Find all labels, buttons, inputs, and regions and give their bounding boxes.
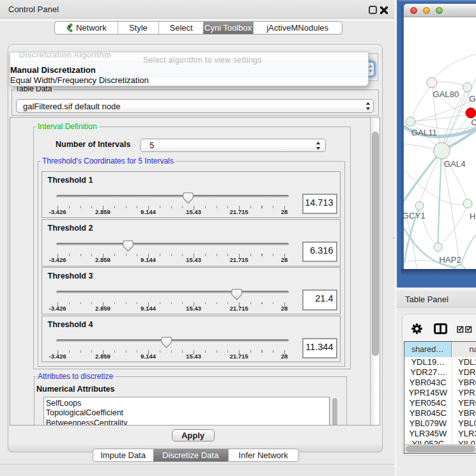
svg-text:GAL4: GAL4: [443, 159, 465, 169]
svg-text:GAL: GAL: [469, 94, 476, 104]
svg-text:GCY1: GCY1: [404, 211, 426, 220]
svg-text:CD: CD: [471, 118, 476, 127]
svg-text:GAL80: GAL80: [433, 89, 459, 99]
svg-text:HAP2: HAP2: [439, 255, 461, 265]
svg-text:HIS: HIS: [469, 211, 476, 221]
svg-text:GAL11: GAL11: [411, 128, 436, 137]
